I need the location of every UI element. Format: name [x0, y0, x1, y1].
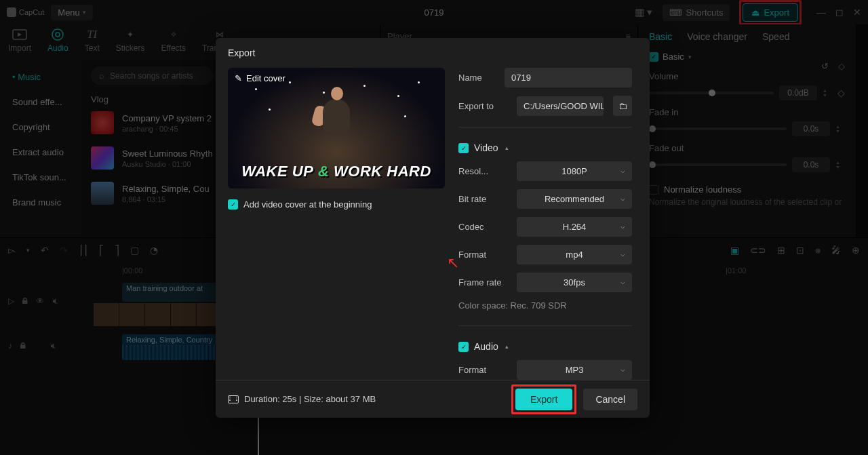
format-label: Format [458, 250, 510, 260]
duration-text: Duration: 25s | Size: about 37 MB [244, 394, 376, 404]
edit-cover-button[interactable]: ✎ Edit cover [235, 73, 285, 83]
cover-illustration [309, 85, 363, 140]
bitrate-label: Bit rate [458, 194, 510, 204]
film-icon [228, 395, 239, 403]
audio-section-checkbox[interactable]: ✓ [458, 342, 469, 352]
add-cover-checkbox[interactable]: ✓ [228, 199, 238, 210]
browse-folder-button[interactable]: 🗀 [613, 96, 632, 116]
video-section-label: Video [474, 142, 498, 153]
bitrate-select[interactable]: Recommended [517, 189, 632, 209]
resolution-label: Resol... [458, 166, 510, 176]
cancel-button[interactable]: Cancel [583, 389, 637, 410]
dialog-footer: Duration: 25s | Size: about 37 MB Export… [216, 380, 650, 418]
color-space-info: Color space: Rec. 709 SDR [458, 300, 632, 311]
export-confirm-button[interactable]: Export [515, 389, 572, 410]
export-confirm-highlight: Export [511, 384, 576, 414]
export-path-field[interactable]: C:/Users/GOOD WILL ... [517, 96, 604, 116]
video-section-checkbox[interactable]: ✓ [458, 143, 469, 153]
pencil-icon: ✎ [235, 73, 242, 83]
audio-section-label: Audio [474, 341, 498, 352]
dialog-title: Export [216, 38, 650, 68]
cover-preview: ✎ Edit cover WAKE UP & WORK HARD [228, 68, 445, 189]
export-dialog: Export ✎ Edit cover WAKE UP & WORK HA [216, 38, 650, 418]
codec-select[interactable]: H.264 [517, 217, 632, 237]
folder-icon: 🗀 [618, 101, 627, 111]
framerate-select[interactable]: 30fps [517, 273, 632, 292]
annotation-arrow-icon: ↖ [447, 254, 459, 272]
export-to-label: Export to [458, 101, 510, 111]
audio-format-select[interactable]: MP3 [517, 360, 632, 380]
format-select[interactable]: mp4 [517, 245, 632, 264]
name-label: Name [458, 73, 498, 83]
framerate-label: Frame rate [458, 277, 510, 288]
add-cover-label: Add video cover at the beginning [243, 199, 372, 210]
name-input[interactable] [505, 68, 632, 87]
codec-label: Codec [458, 222, 510, 232]
cover-text: WAKE UP & WORK HARD [228, 163, 445, 180]
audio-format-label: Format [458, 365, 510, 375]
resolution-select[interactable]: 1080P [517, 161, 632, 181]
